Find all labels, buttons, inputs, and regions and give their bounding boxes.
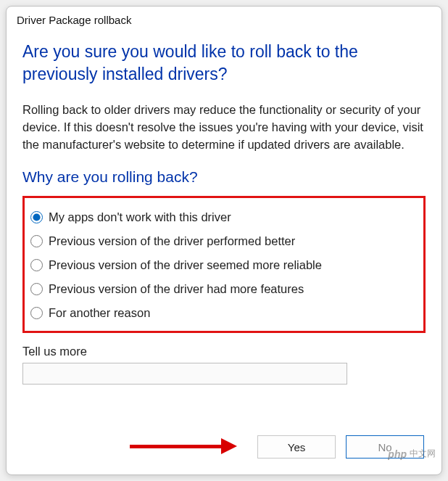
warning-text: Rolling back to older drivers may reduce… — [22, 102, 426, 154]
confirm-heading: Are you sure you would like to roll back… — [22, 41, 426, 86]
yes-button-label: Yes — [288, 441, 305, 453]
reason-radio-2[interactable] — [30, 259, 43, 271]
tell-us-more-label: Tell us more — [22, 345, 426, 358]
dialog-content: Are you sure you would like to roll back… — [7, 30, 441, 385]
reason-option-3[interactable]: Previous version of the driver had more … — [29, 277, 419, 301]
reason-label-3: Previous version of the driver had more … — [49, 282, 304, 296]
reason-label-4: For another reason — [49, 306, 150, 320]
no-button[interactable]: No — [346, 435, 424, 459]
dialog-window: Driver Package rollback Are you sure you… — [6, 6, 442, 475]
annotation-arrow-icon — [130, 440, 238, 453]
reason-option-0[interactable]: My apps don't work with this driver — [29, 205, 419, 229]
reason-label-0: My apps don't work with this driver — [49, 210, 231, 224]
no-button-label: No — [378, 441, 391, 453]
window-title: Driver Package rollback — [7, 7, 441, 30]
reason-radio-0[interactable] — [30, 211, 43, 223]
reason-radio-4[interactable] — [30, 307, 43, 319]
reason-radio-1[interactable] — [30, 235, 43, 247]
reason-radio-3[interactable] — [30, 283, 43, 295]
reason-label-1: Previous version of the driver performed… — [49, 234, 295, 248]
dialog-button-row: Yes No — [257, 435, 424, 459]
reason-option-2[interactable]: Previous version of the driver seemed mo… — [29, 253, 419, 277]
yes-button[interactable]: Yes — [257, 435, 336, 459]
reason-option-1[interactable]: Previous version of the driver performed… — [29, 229, 419, 253]
reasons-highlight-box: My apps don't work with this driver Prev… — [22, 196, 426, 333]
reason-heading: Why are you rolling back? — [22, 168, 426, 186]
reason-option-4[interactable]: For another reason — [29, 301, 419, 325]
reason-label-2: Previous version of the driver seemed mo… — [49, 258, 322, 272]
tell-us-more-input[interactable] — [22, 363, 347, 385]
